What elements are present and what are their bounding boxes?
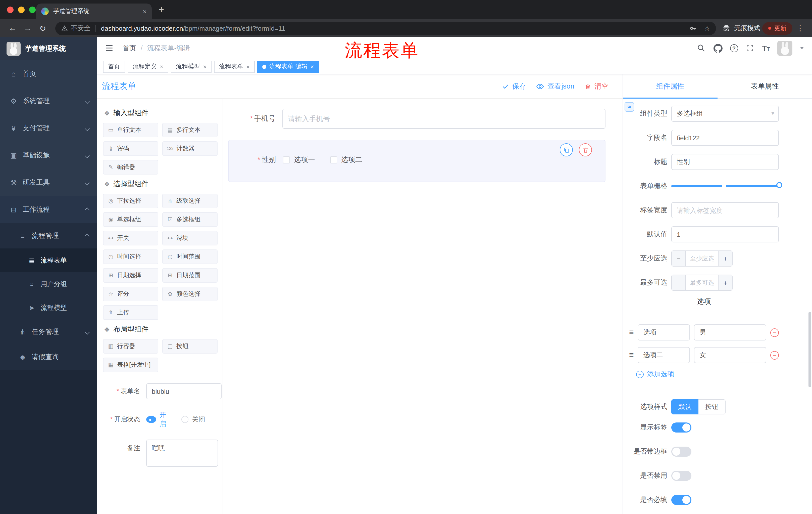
checkbox-option-2[interactable]: [330, 156, 337, 163]
font-size-icon[interactable]: TT: [762, 44, 770, 52]
palette-item-button[interactable]: ▢按钮: [162, 339, 218, 354]
palette-item-password[interactable]: ⚷密码: [103, 141, 158, 156]
palette-item-table[interactable]: ▦表格[开发中]: [103, 358, 158, 372]
min-select-input[interactable]: [686, 251, 718, 266]
sidebar-item-process-model[interactable]: ➤ 流程模型: [0, 296, 97, 319]
option-1-name-input[interactable]: [638, 324, 690, 341]
remove-option-button[interactable]: −: [770, 328, 779, 337]
show-label-switch[interactable]: [671, 423, 691, 433]
close-icon[interactable]: ×: [246, 64, 250, 70]
palette-item-editor[interactable]: ✎编辑器: [103, 160, 158, 174]
form-remark-input[interactable]: 嘿嘿: [146, 439, 218, 467]
sidebar-item-process-mgmt[interactable]: ≡ 流程管理: [0, 223, 97, 248]
radio-open-label[interactable]: 开启: [160, 410, 168, 429]
tab-component-props[interactable]: 组件属性: [623, 75, 718, 98]
fullscreen-icon[interactable]: [746, 44, 754, 53]
palette-item-radio-group[interactable]: ◉单选框组: [103, 212, 158, 227]
grid-slider[interactable]: [671, 178, 779, 194]
palette-item-time-range[interactable]: ◶时间范围: [162, 249, 218, 264]
zoom-window-button[interactable]: [29, 6, 36, 13]
browser-tab[interactable]: 芋道管理系统 ×: [36, 3, 152, 19]
palette-item-row-container[interactable]: ▥行容器: [103, 339, 158, 354]
palette-item-select[interactable]: ◎下拉选择: [103, 194, 158, 208]
component-type-select[interactable]: ▾: [671, 106, 779, 122]
close-window-button[interactable]: [7, 6, 13, 13]
phone-input[interactable]: [282, 109, 606, 129]
decrease-icon[interactable]: −: [672, 275, 686, 290]
tag-home[interactable]: 首页: [103, 61, 125, 73]
remove-option-button[interactable]: −: [770, 351, 779, 359]
sidebar-logo[interactable]: 芋道管理系统: [0, 37, 97, 60]
palette-item-color-picker[interactable]: ✿颜色选择: [162, 287, 218, 301]
new-tab-button[interactable]: +: [159, 4, 164, 15]
delete-component-button[interactable]: [579, 143, 592, 156]
checkbox-option-2-label[interactable]: 选项二: [341, 155, 362, 164]
sidebar-item-infra[interactable]: ▣ 基础设施: [0, 142, 97, 169]
palette-item-textarea[interactable]: ▤多行文本: [162, 123, 218, 137]
palette-item-slider[interactable]: ⊷滑块: [162, 231, 218, 245]
canvas-field-phone[interactable]: *手机号: [228, 109, 606, 129]
checkbox-option-1-label[interactable]: 选项一: [294, 155, 315, 164]
palette-item-checkbox-group[interactable]: ☑多选框组: [162, 212, 218, 227]
border-switch[interactable]: [671, 447, 691, 457]
close-icon[interactable]: ×: [160, 64, 163, 70]
default-value-input[interactable]: [671, 226, 779, 242]
max-select-input[interactable]: [686, 275, 718, 290]
radio-open[interactable]: [146, 416, 156, 423]
style-default-button[interactable]: 默认: [671, 399, 698, 414]
slider-handle[interactable]: [776, 182, 782, 188]
style-button-button[interactable]: 按钮: [698, 399, 726, 414]
palette-item-cascader[interactable]: ⋔级联选择: [162, 194, 218, 208]
add-option-button[interactable]: + 添加选项: [636, 370, 779, 379]
slider-track[interactable]: [671, 185, 779, 187]
user-avatar[interactable]: [777, 40, 792, 56]
palette-item-date-range[interactable]: ⊞日期范围: [162, 268, 218, 283]
back-icon[interactable]: ←: [6, 24, 19, 33]
form-name-input[interactable]: [146, 383, 222, 399]
sidebar-item-home[interactable]: ⌂ 首页: [0, 60, 97, 87]
radio-closed[interactable]: [181, 416, 188, 423]
browser-menu-icon[interactable]: ⋮: [794, 24, 806, 33]
component-type-value[interactable]: [671, 106, 779, 122]
option-1-value-input[interactable]: [694, 324, 766, 341]
title-input[interactable]: [671, 154, 779, 170]
scrollbar-thumb[interactable]: [809, 312, 811, 387]
tag-process-form[interactable]: 流程表单 ×: [214, 61, 255, 73]
help-icon[interactable]: ?: [730, 44, 738, 52]
sidebar-item-payment[interactable]: ¥ 支付管理: [0, 115, 97, 142]
required-switch[interactable]: [671, 495, 691, 505]
label-width-input[interactable]: [671, 202, 779, 218]
sidebar-item-task-mgmt[interactable]: ⋔ 任务管理: [0, 319, 97, 345]
sidebar-item-system[interactable]: ⚙ 系统管理: [0, 87, 97, 115]
sidebar-item-process-form[interactable]: ≣ 流程表单: [0, 248, 97, 272]
bookmark-star-icon[interactable]: ☆: [704, 24, 710, 32]
update-browser-button[interactable]: 更新: [762, 22, 792, 34]
sidebar-item-devtools[interactable]: ⚒ 研发工具: [0, 169, 97, 196]
minimize-window-button[interactable]: [18, 6, 25, 13]
link-icon[interactable]: ⚭: [625, 102, 634, 112]
palette-item-upload[interactable]: ⇧上传: [103, 305, 158, 320]
search-icon[interactable]: [697, 44, 706, 53]
canvas-field-gender-selected[interactable]: *性别 选项一 选项二: [228, 140, 606, 182]
radio-closed-label[interactable]: 关闭: [192, 415, 205, 424]
option-2-value-input[interactable]: [694, 347, 766, 363]
palette-item-time-picker[interactable]: ◷时间选择: [103, 249, 158, 264]
security-label[interactable]: 不安全: [71, 24, 90, 33]
palette-item-date-picker[interactable]: ⊞日期选择: [103, 268, 158, 283]
palette-item-rate[interactable]: ☆评分: [103, 287, 158, 301]
sidebar-item-leave-query[interactable]: ☻ 请假查询: [0, 345, 97, 370]
disabled-switch[interactable]: [671, 471, 691, 481]
address-bar[interactable]: 不安全 dashboard.yudao.iocoder.cn /bpm/mana…: [55, 21, 716, 35]
tag-process-form-edit[interactable]: 流程表单-编辑 ×: [257, 61, 319, 73]
form-canvas[interactable]: *手机号 *性别 选项一 选项二: [223, 99, 622, 514]
avatar-caret-icon[interactable]: [800, 47, 804, 49]
decrease-icon[interactable]: −: [672, 251, 686, 266]
sidebar-item-user-group[interactable]: ◒ 用户分组: [0, 272, 97, 296]
increase-icon[interactable]: +: [718, 251, 732, 266]
github-icon[interactable]: [713, 44, 722, 53]
forward-icon[interactable]: →: [21, 24, 34, 33]
palette-item-single-text[interactable]: ▭单行文本: [103, 123, 158, 137]
reload-icon[interactable]: ↻: [36, 23, 49, 33]
palette-item-switch[interactable]: ⊶开关: [103, 231, 158, 245]
tag-process-definition[interactable]: 流程定义 ×: [127, 61, 168, 73]
